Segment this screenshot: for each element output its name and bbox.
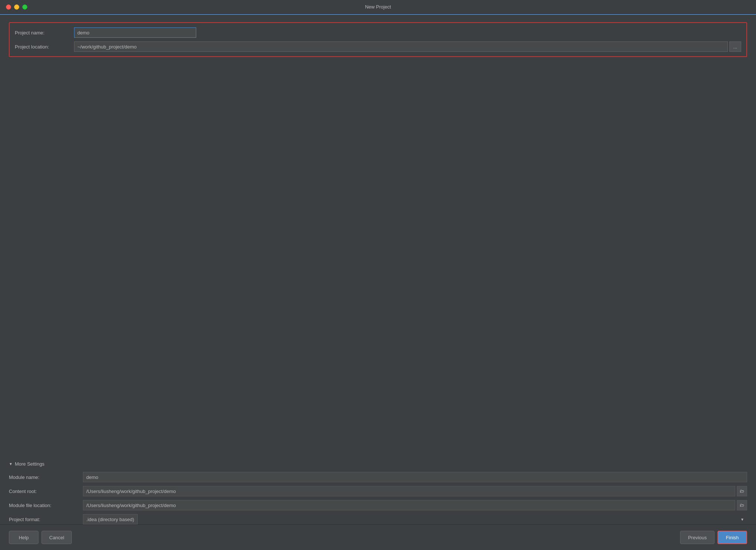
project-format-row: Project format: .idea (directory based) …: [9, 514, 747, 524]
project-name-row: Project name:: [15, 27, 741, 38]
browse-button[interactable]: ...: [729, 41, 741, 52]
project-name-label: Project name:: [15, 30, 74, 36]
traffic-lights: [6, 4, 27, 10]
content-root-label: Content root:: [9, 489, 83, 494]
module-name-row: Module name:: [9, 472, 747, 482]
finish-button[interactable]: Finish: [717, 531, 747, 544]
module-file-location-input[interactable]: [83, 500, 735, 510]
more-settings-section: ▼ More Settings Module name: Content roo…: [9, 461, 747, 524]
project-name-input[interactable]: [74, 27, 196, 38]
content-root-browse-button[interactable]: 🗁: [737, 486, 747, 496]
module-name-input[interactable]: [83, 472, 747, 482]
empty-area: [9, 63, 747, 461]
more-settings-label: More Settings: [15, 461, 44, 467]
top-accent-line: [0, 14, 756, 15]
more-settings-header[interactable]: ▼ More Settings: [9, 461, 747, 467]
location-row-wrap: ...: [74, 41, 741, 52]
dialog-body: Project name: Project location: ... ▼ Mo…: [0, 14, 756, 524]
window-title: New Project: [365, 4, 391, 10]
bottom-bar: Help Cancel Previous Finish: [0, 524, 756, 550]
project-location-row: Project location: ...: [15, 41, 741, 52]
chevron-down-icon: ▼: [9, 462, 13, 466]
project-location-input[interactable]: [74, 41, 728, 52]
project-format-select[interactable]: .idea (directory based) .ipr (file based…: [83, 514, 138, 524]
maximize-button[interactable]: [22, 4, 27, 10]
top-section: Project name: Project location: ...: [9, 22, 747, 57]
title-bar: New Project: [0, 0, 756, 14]
project-format-select-wrapper: .idea (directory based) .ipr (file based…: [83, 514, 747, 524]
minimize-button[interactable]: [14, 4, 19, 10]
module-name-label: Module name:: [9, 474, 83, 480]
more-settings-form: Module name: Content root: 🗁 Module file…: [9, 472, 747, 524]
module-file-location-wrap: 🗁: [83, 500, 747, 510]
cancel-button[interactable]: Cancel: [41, 531, 72, 544]
module-file-location-row: Module file location: 🗁: [9, 500, 747, 510]
folder-icon-2: 🗁: [740, 503, 744, 508]
module-file-browse-button[interactable]: 🗁: [737, 500, 747, 510]
bottom-left-buttons: Help Cancel: [9, 531, 72, 544]
content-root-row: Content root: 🗁: [9, 486, 747, 496]
help-button[interactable]: Help: [9, 531, 39, 544]
module-file-location-label: Module file location:: [9, 503, 83, 508]
project-location-label: Project location:: [15, 44, 74, 50]
close-button[interactable]: [6, 4, 11, 10]
folder-icon: 🗁: [740, 489, 744, 494]
project-format-label: Project format:: [9, 517, 83, 522]
previous-button[interactable]: Previous: [680, 531, 715, 544]
content-root-wrap: 🗁: [83, 486, 747, 496]
content-root-input[interactable]: [83, 486, 735, 496]
bottom-right-buttons: Previous Finish: [680, 531, 747, 544]
